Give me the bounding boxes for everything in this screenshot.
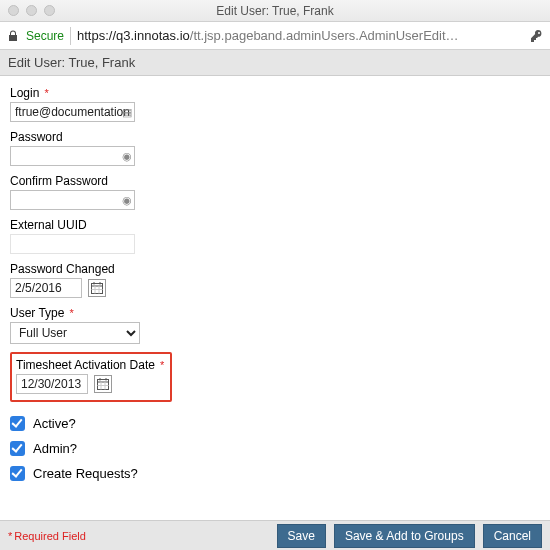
window-titlebar: Edit User: True, Frank [0, 0, 550, 22]
reveal-password-icon[interactable]: ◉ [119, 193, 135, 207]
svg-rect-7 [98, 380, 109, 390]
url-path: /tt.jsp.pageband.adminUsers.AdminUserEdi… [190, 28, 459, 43]
password-input[interactable] [10, 146, 135, 166]
window-title: Edit User: True, Frank [0, 4, 550, 18]
create-requests-label: Create Requests? [33, 466, 138, 481]
user-type-select[interactable]: Full User [10, 322, 140, 344]
login-label: Login [10, 86, 540, 100]
create-requests-checkbox[interactable] [10, 466, 25, 481]
password-changed-input[interactable] [10, 278, 82, 298]
cancel-button[interactable]: Cancel [483, 524, 542, 548]
reveal-password-icon[interactable]: ◉ [119, 149, 135, 163]
confirm-password-field-group: Confirm Password ◉ [10, 174, 540, 210]
admin-checkbox[interactable] [10, 441, 25, 456]
browser-address-bar: Secure https://q3.innotas.io/tt.jsp.page… [0, 22, 550, 50]
window-controls[interactable] [8, 5, 55, 16]
minimize-window-icon[interactable] [26, 5, 37, 16]
timesheet-activation-highlight: Timesheet Activation Date [10, 352, 172, 402]
admin-label: Admin? [33, 441, 77, 456]
external-uuid-label: External UUID [10, 218, 540, 232]
save-button[interactable]: Save [277, 524, 326, 548]
create-requests-checkbox-row: Create Requests? [10, 466, 540, 481]
user-type-label: User Type [10, 306, 540, 320]
password-key-icon[interactable] [530, 29, 544, 43]
required-field-note: Required Field [8, 530, 86, 542]
login-field-group: Login ▤ [10, 86, 540, 122]
password-field-group: Password ◉ [10, 130, 540, 166]
user-type-field-group: User Type Full User [10, 306, 540, 344]
footer-bar: Required Field Save Save & Add to Groups… [0, 520, 550, 550]
login-input[interactable] [10, 102, 135, 122]
contact-card-icon: ▤ [119, 105, 135, 119]
active-checkbox-row: Active? [10, 416, 540, 431]
calendar-icon[interactable] [88, 279, 106, 297]
calendar-icon[interactable] [94, 375, 112, 393]
lock-icon [6, 29, 20, 43]
url-host: https://q3.innotas.io [77, 28, 190, 43]
password-changed-field-group: Password Changed [10, 262, 540, 298]
svg-rect-0 [92, 284, 103, 294]
zoom-window-icon[interactable] [44, 5, 55, 16]
divider [70, 27, 71, 45]
active-checkbox[interactable] [10, 416, 25, 431]
timesheet-activation-date-label: Timesheet Activation Date [16, 358, 164, 372]
password-label: Password [10, 130, 540, 144]
url-field[interactable]: https://q3.innotas.io/tt.jsp.pageband.ad… [77, 28, 524, 43]
confirm-password-label: Confirm Password [10, 174, 540, 188]
confirm-password-input[interactable] [10, 190, 135, 210]
active-label: Active? [33, 416, 76, 431]
password-changed-label: Password Changed [10, 262, 540, 276]
external-uuid-input[interactable] [10, 234, 135, 254]
timesheet-activation-date-input[interactable] [16, 374, 88, 394]
external-uuid-field-group: External UUID [10, 218, 540, 254]
page-title: Edit User: True, Frank [0, 50, 550, 76]
close-window-icon[interactable] [8, 5, 19, 16]
admin-checkbox-row: Admin? [10, 441, 540, 456]
edit-user-form: Login ▤ Password ◉ Confirm Password ◉ Ex… [0, 76, 550, 481]
secure-label: Secure [26, 29, 64, 43]
save-add-to-groups-button[interactable]: Save & Add to Groups [334, 524, 475, 548]
